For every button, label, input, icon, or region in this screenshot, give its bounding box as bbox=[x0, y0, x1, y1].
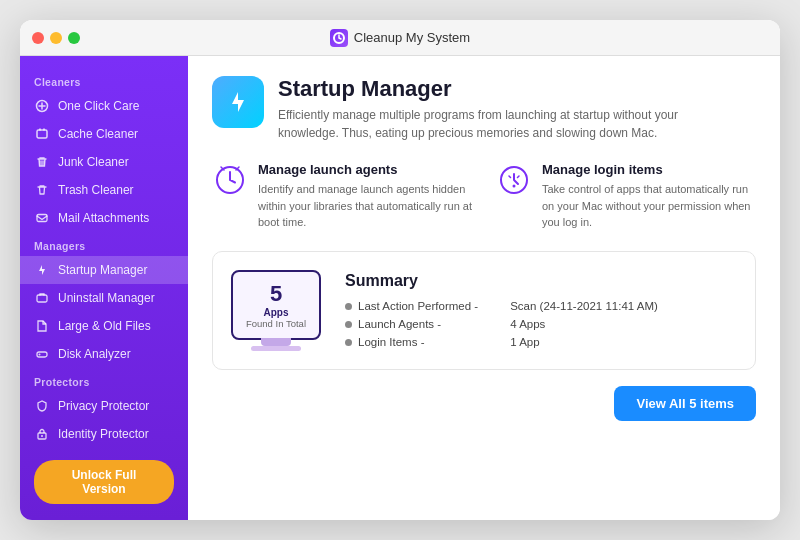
sidebar-item-label: Identity Protector bbox=[58, 427, 149, 441]
found-label: Found In Total bbox=[246, 318, 306, 329]
feature-login-items-text: Manage login items Take control of apps … bbox=[542, 162, 756, 231]
svg-point-11 bbox=[513, 185, 516, 188]
summary-value-0: Scan (24-11-2021 11:41 AM) bbox=[510, 300, 658, 312]
svg-point-8 bbox=[41, 435, 43, 437]
summary-row-1: Launch Agents - bbox=[345, 318, 478, 330]
sidebar-item-large-old-files[interactable]: Large & Old Files bbox=[20, 312, 188, 340]
sidebar-item-label: Uninstall Manager bbox=[58, 291, 155, 305]
sidebar-item-uninstall-manager[interactable]: Uninstall Manager bbox=[20, 284, 188, 312]
summary-values-col: Scan (24-11-2021 11:41 AM) 4 Apps 1 App bbox=[510, 300, 658, 348]
summary-value-2: 1 App bbox=[510, 336, 539, 348]
svg-rect-2 bbox=[37, 130, 47, 138]
summary-label-2: Login Items - bbox=[358, 336, 424, 348]
svg-rect-3 bbox=[37, 215, 47, 222]
unlock-full-version-button[interactable]: Unlock Full Version bbox=[34, 460, 174, 504]
summary-value-row-2: 1 App bbox=[510, 336, 658, 348]
sidebar-item-identity-protector[interactable]: Identity Protector bbox=[20, 420, 188, 448]
monitor-screen: 5 Apps Found In Total bbox=[231, 270, 321, 340]
summary-value-row-0: Scan (24-11-2021 11:41 AM) bbox=[510, 300, 658, 312]
sidebar-item-startup-manager[interactable]: Startup Manager bbox=[20, 256, 188, 284]
large-files-icon bbox=[34, 318, 50, 334]
sidebar-item-junk-cleaner[interactable]: Junk Cleaner bbox=[20, 148, 188, 176]
features-row: Manage launch agents Identify and manage… bbox=[212, 162, 756, 231]
login-items-icon bbox=[496, 162, 532, 198]
close-button[interactable] bbox=[32, 32, 44, 44]
sidebar-item-one-click-care[interactable]: One Click Care bbox=[20, 92, 188, 120]
sidebar-item-label: Trash Cleaner bbox=[58, 183, 134, 197]
summary-value-1: 4 Apps bbox=[510, 318, 545, 330]
monitor-base bbox=[251, 346, 301, 351]
cleaners-section-label: Cleaners bbox=[20, 68, 188, 92]
feature-login-items-desc: Take control of apps that automatically … bbox=[542, 181, 756, 231]
feature-login-items-title: Manage login items bbox=[542, 162, 756, 177]
sidebar-item-label: Mail Attachments bbox=[58, 211, 149, 225]
sidebar-item-label: Privacy Protector bbox=[58, 399, 149, 413]
sidebar-item-label: Junk Cleaner bbox=[58, 155, 129, 169]
svg-point-6 bbox=[39, 354, 41, 356]
summary-value-row-1: 4 Apps bbox=[510, 318, 658, 330]
app-title: Cleanup My System bbox=[354, 30, 470, 45]
summary-row-2: Login Items - bbox=[345, 336, 478, 348]
sidebar-item-trash-cleaner[interactable]: Trash Cleaner bbox=[20, 176, 188, 204]
cache-cleaner-icon bbox=[34, 126, 50, 142]
protectors-section-label: Protectors bbox=[20, 368, 188, 392]
uninstall-manager-icon bbox=[34, 290, 50, 306]
content-header: Startup Manager Efficiently manage multi… bbox=[212, 76, 756, 142]
apps-count: 5 bbox=[270, 281, 282, 307]
one-click-care-icon bbox=[34, 98, 50, 114]
managers-section-label: Managers bbox=[20, 232, 188, 256]
sidebar-item-label: Disk Analyzer bbox=[58, 347, 131, 361]
summary-dot bbox=[345, 303, 352, 310]
feature-launch-agents: Manage launch agents Identify and manage… bbox=[212, 162, 472, 231]
disk-analyzer-icon bbox=[34, 346, 50, 362]
startup-manager-icon bbox=[34, 262, 50, 278]
monitor-stand bbox=[261, 338, 291, 346]
summary-dot bbox=[345, 339, 352, 346]
summary-card: 5 Apps Found In Total Summary Last Actio… bbox=[212, 251, 756, 370]
mail-icon bbox=[34, 210, 50, 226]
sidebar-item-label: Startup Manager bbox=[58, 263, 147, 277]
summary-labels-col: Last Action Performed - Launch Agents - … bbox=[345, 300, 478, 348]
app-window: Cleanup My System Cleaners One Click Car… bbox=[20, 20, 780, 520]
privacy-protector-icon bbox=[34, 398, 50, 414]
summary-title: Summary bbox=[345, 272, 737, 290]
summary-row-0: Last Action Performed - bbox=[345, 300, 478, 312]
trash-cleaner-icon bbox=[34, 182, 50, 198]
content-description: Efficiently manage multiple programs fro… bbox=[278, 106, 718, 142]
summary-label-1: Launch Agents - bbox=[358, 318, 441, 330]
sidebar-item-disk-analyzer[interactable]: Disk Analyzer bbox=[20, 340, 188, 368]
maximize-button[interactable] bbox=[68, 32, 80, 44]
junk-cleaner-icon bbox=[34, 154, 50, 170]
sidebar-footer: Unlock Full Version bbox=[20, 448, 188, 516]
summary-info: Summary Last Action Performed - Launch A… bbox=[345, 272, 737, 348]
titlebar: Cleanup My System bbox=[20, 20, 780, 56]
feature-launch-agents-title: Manage launch agents bbox=[258, 162, 472, 177]
feature-login-items: Manage login items Take control of apps … bbox=[496, 162, 756, 231]
content-title: Startup Manager bbox=[278, 76, 718, 102]
view-all-button[interactable]: View All 5 items bbox=[614, 386, 756, 421]
feature-launch-agents-text: Manage launch agents Identify and manage… bbox=[258, 162, 472, 231]
svg-rect-4 bbox=[37, 295, 47, 302]
sidebar-item-label: One Click Care bbox=[58, 99, 139, 113]
titlebar-title: Cleanup My System bbox=[330, 29, 470, 47]
traffic-lights bbox=[32, 32, 80, 44]
minimize-button[interactable] bbox=[50, 32, 62, 44]
content-footer: View All 5 items bbox=[212, 386, 756, 421]
summary-rows: Last Action Performed - Launch Agents - … bbox=[345, 300, 737, 348]
feature-launch-agents-desc: Identify and manage launch agents hidden… bbox=[258, 181, 472, 231]
launch-agents-icon bbox=[212, 162, 248, 198]
summary-label-0: Last Action Performed - bbox=[358, 300, 478, 312]
sidebar-item-privacy-protector[interactable]: Privacy Protector bbox=[20, 392, 188, 420]
content-header-text: Startup Manager Efficiently manage multi… bbox=[278, 76, 718, 142]
app-icon bbox=[330, 29, 348, 47]
summary-dot bbox=[345, 321, 352, 328]
sidebar-item-mail-attachments[interactable]: Mail Attachments bbox=[20, 204, 188, 232]
startup-manager-header-icon bbox=[212, 76, 264, 128]
content-area: Startup Manager Efficiently manage multi… bbox=[188, 56, 780, 520]
main-content: Cleaners One Click Care Cache Cleaner Ju… bbox=[20, 56, 780, 520]
sidebar-item-label: Large & Old Files bbox=[58, 319, 151, 333]
sidebar-item-cache-cleaner[interactable]: Cache Cleaner bbox=[20, 120, 188, 148]
monitor-illustration: 5 Apps Found In Total bbox=[231, 270, 321, 351]
sidebar: Cleaners One Click Care Cache Cleaner Ju… bbox=[20, 56, 188, 520]
apps-label: Apps bbox=[264, 307, 289, 318]
